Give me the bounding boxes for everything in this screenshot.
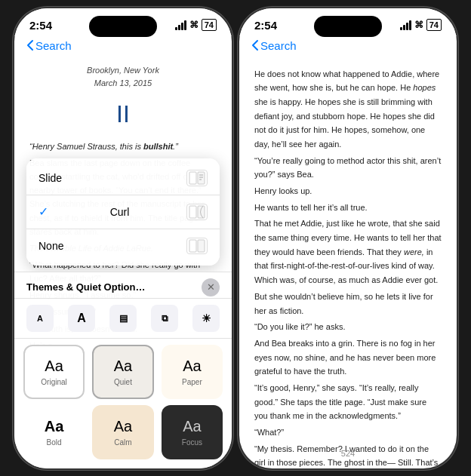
- theme-calm[interactable]: Aa Calm: [92, 405, 153, 459]
- time-right: 2:54: [254, 19, 277, 32]
- svg-rect-8: [198, 240, 205, 252]
- transition-slide[interactable]: Slide: [26, 161, 220, 195]
- signal-icon: [175, 20, 186, 30]
- transition-none[interactable]: None: [26, 229, 220, 263]
- theme-original-aa: Aa: [45, 358, 63, 375]
- left-phone: 2:54 ⌘ 74 Search: [14, 8, 232, 468]
- svg-rect-6: [198, 206, 205, 218]
- wifi-icon: ⌘: [189, 20, 199, 30]
- overlay-panel: Slide ✓ Curl: [14, 158, 232, 468]
- none-label: None: [38, 240, 63, 252]
- wifi-icon-right: ⌘: [414, 20, 423, 30]
- svg-rect-7: [189, 240, 196, 252]
- theme-paper-name: Paper: [182, 378, 202, 386]
- theme-bold[interactable]: Aa Bold: [23, 405, 85, 459]
- back-button-right[interactable]: Search: [251, 39, 297, 52]
- dynamic-island: [89, 16, 157, 37]
- curl-icon: [186, 204, 208, 220]
- svg-rect-1: [198, 172, 205, 184]
- page-number: 524: [341, 449, 355, 458]
- brightness-button[interactable]: ☀: [192, 305, 220, 332]
- theme-original[interactable]: Aa Original: [23, 345, 85, 399]
- close-button[interactable]: ✕: [202, 278, 220, 296]
- dynamic-island-right: [314, 16, 382, 37]
- signal-icon-right: [400, 20, 411, 30]
- curl-check: ✓: [38, 204, 48, 219]
- font-decrease-button[interactable]: A: [26, 305, 54, 332]
- right-phone: 2:54 ⌘ 74 Search He: [239, 8, 457, 468]
- theme-calm-name: Calm: [114, 438, 131, 447]
- status-icons-left: ⌘ 74: [175, 19, 217, 31]
- theme-original-name: Original: [41, 378, 66, 386]
- theme-cards-container: Aa Original Aa Quiet Aa Paper Aa Bold Aa: [14, 338, 232, 468]
- time-left: 2:54: [29, 19, 52, 32]
- theme-calm-aa: Aa: [114, 418, 132, 435]
- theme-bold-name: Bold: [47, 438, 62, 447]
- slide-icon: [186, 170, 208, 186]
- theme-focus-name: Focus: [182, 438, 202, 447]
- font-style-button[interactable]: ▤: [109, 305, 137, 332]
- transition-menu: Slide ✓ Curl: [26, 158, 220, 266]
- none-icon: [186, 238, 208, 254]
- back-button-left[interactable]: Search: [26, 39, 72, 52]
- battery-right: 74: [426, 19, 442, 31]
- theme-quiet-aa: Aa: [114, 358, 132, 375]
- theme-paper[interactable]: Aa Paper: [162, 345, 223, 399]
- right-book-content: He does not know what happened to Addie,…: [239, 58, 457, 468]
- book-location: Brooklyn, New YorkMarch 13, 2015: [29, 64, 217, 91]
- nav-bar-right: Search: [239, 36, 457, 58]
- theme-quiet[interactable]: Aa Quiet: [92, 345, 153, 399]
- typography-bar: A A ▤ ⧉ ☀: [14, 298, 232, 338]
- themes-header: Themes & Quiet Option… ✕: [14, 272, 232, 298]
- theme-focus[interactable]: Aa Focus: [162, 405, 223, 459]
- theme-quiet-name: Quiet: [114, 378, 132, 386]
- curl-label: Curl: [110, 206, 130, 218]
- theme-paper-aa: Aa: [183, 358, 201, 375]
- themes-title: Themes & Quiet Option…: [26, 281, 145, 293]
- status-icons-right: ⌘ 74: [400, 19, 442, 31]
- svg-rect-5: [189, 206, 196, 218]
- theme-focus-aa: Aa: [183, 418, 201, 435]
- chapter-number: II: [29, 95, 217, 134]
- font-increase-button[interactable]: A: [68, 305, 95, 332]
- nav-bar-left: Search: [14, 36, 232, 58]
- theme-copy-button[interactable]: ⧉: [151, 305, 178, 332]
- theme-bold-aa: Aa: [45, 418, 64, 435]
- battery-left: 74: [202, 19, 217, 31]
- svg-rect-0: [189, 172, 196, 184]
- transition-curl[interactable]: ✓ Curl: [26, 195, 220, 229]
- slide-label: Slide: [38, 172, 62, 184]
